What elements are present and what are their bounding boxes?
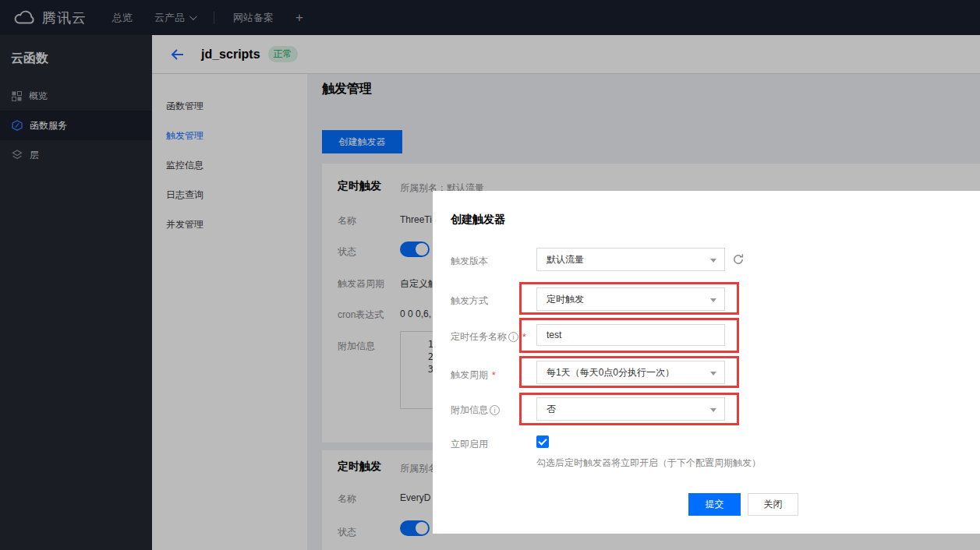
info-icon[interactable]: i [490, 405, 500, 415]
method-label: 触发方式 [451, 294, 488, 308]
enable-label-text: 立即启用 [451, 438, 488, 451]
cycle-label-text: 触发周期 [451, 368, 488, 382]
required-asterisk: * [492, 370, 496, 381]
dialog-title: 创建触发器 [451, 213, 505, 227]
dropdown-arrow-icon [710, 259, 716, 263]
extra-label: 附加信息 i [451, 404, 500, 417]
cycle-select[interactable]: 每1天（每天0点0分执行一次） [536, 361, 725, 384]
cycle-select-value: 每1天（每天0点0分执行一次） [547, 366, 674, 379]
create-trigger-dialog: 创建触发器 触发版本 默认流量 触发方式 定时触发 定时任务名称 i * 触发周… [433, 191, 980, 534]
extra-select[interactable]: 否 [536, 397, 725, 421]
extra-select-value: 否 [547, 403, 556, 416]
extra-label-text: 附加信息 [451, 404, 488, 417]
cycle-label: 触发周期 * [451, 368, 496, 382]
method-label-text: 触发方式 [451, 294, 488, 308]
version-select[interactable]: 默认流量 [536, 248, 725, 271]
dropdown-arrow-icon [710, 372, 716, 375]
task-name-label: 定时任务名称 i * [451, 330, 526, 344]
version-label-text: 触发版本 [451, 255, 488, 268]
enable-note: 勾选后定时触发器将立即开启（于下个配置周期触发） [536, 457, 761, 470]
enable-now-checkbox[interactable] [536, 435, 549, 448]
submit-button[interactable]: 提交 [688, 493, 741, 516]
dropdown-arrow-icon [710, 408, 716, 412]
version-select-value: 默认流量 [547, 253, 584, 266]
task-name-label-text: 定时任务名称 [451, 330, 507, 344]
required-asterisk: * [522, 332, 526, 343]
enable-label: 立即启用 [451, 438, 488, 451]
close-button[interactable]: 关闭 [748, 493, 798, 516]
dropdown-arrow-icon [710, 298, 716, 302]
task-name-input[interactable] [536, 324, 725, 346]
method-select[interactable]: 定时触发 [536, 287, 725, 311]
method-select-value: 定时触发 [547, 293, 584, 306]
info-icon[interactable]: i [508, 332, 518, 342]
refresh-icon[interactable] [732, 253, 745, 268]
version-label: 触发版本 [451, 255, 488, 268]
